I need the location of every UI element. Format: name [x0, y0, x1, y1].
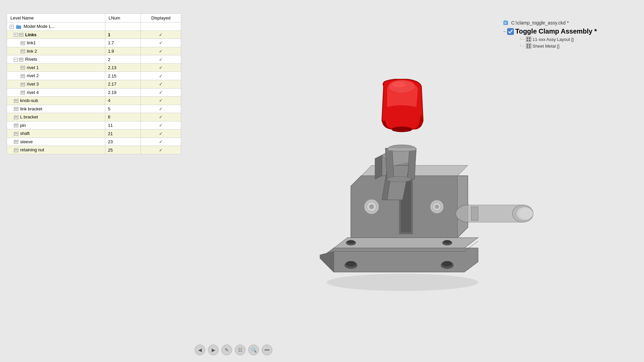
more-button[interactable]: •••	[262, 345, 272, 355]
svg-point-142	[369, 204, 374, 209]
row-name-5: rivet 2	[7, 72, 105, 80]
svg-rect-44	[21, 91, 25, 94]
row-name-11: pin	[7, 121, 105, 130]
svg-rect-79	[16, 133, 17, 134]
svg-rect-60	[15, 108, 16, 109]
part-icon	[14, 107, 19, 111]
shaft-assembly	[456, 205, 533, 222]
main-container: Level Name LNum Displayed − Model Mode L…	[0, 0, 644, 362]
row-lnum-13: 23	[105, 138, 141, 146]
svg-rect-30	[21, 67, 22, 68]
model-svg	[265, 79, 540, 304]
bottom-toolbar: ◀ ▶ ✎ ☷ 🔍 •••	[195, 345, 272, 355]
svg-rect-36	[21, 75, 22, 76]
collapse-btn-0[interactable]: −	[14, 33, 18, 37]
next-button[interactable]: ▶	[208, 345, 219, 355]
row-name-14: retaining nut	[7, 146, 105, 154]
svg-rect-20	[19, 58, 23, 61]
table-row: rivet 3 2.17 ✓	[7, 80, 181, 88]
prev-button[interactable]: ◀	[195, 345, 205, 355]
svg-rect-90	[15, 150, 16, 150]
svg-rect-86	[14, 149, 18, 152]
svg-rect-25	[21, 59, 22, 60]
row-lnum-4: 2.13	[105, 63, 141, 72]
grid-button[interactable]: ☷	[235, 345, 246, 355]
svg-rect-73	[16, 125, 17, 125]
svg-rect-78	[15, 133, 16, 134]
part-icon	[20, 41, 26, 46]
collapse-root[interactable]: −	[10, 25, 14, 29]
svg-rect-32	[21, 75, 25, 78]
svg-rect-156	[388, 148, 416, 150]
svg-point-145	[435, 204, 439, 208]
col-header-name: Level Name	[7, 14, 105, 22]
part-icon	[14, 123, 19, 128]
table-row: pin 11 ✓	[7, 121, 181, 130]
part-icon	[20, 74, 26, 79]
row-name-13: sleeve	[7, 138, 105, 146]
svg-rect-68	[14, 124, 18, 127]
row-lnum-2: 1.9	[105, 47, 141, 55]
left-panel: Level Name LNum Displayed − Model Mode L…	[0, 0, 188, 362]
row-name-9: link bracket	[7, 105, 105, 113]
svg-point-157	[387, 176, 411, 182]
root-label: Model Mode L...	[23, 24, 55, 29]
svg-point-119	[347, 240, 355, 243]
svg-rect-6	[20, 34, 21, 35]
part-icon	[20, 65, 26, 70]
svg-rect-84	[15, 141, 16, 142]
folder-icon-root	[16, 24, 21, 29]
table-row-root: − Model Mode L...	[7, 22, 181, 31]
svg-rect-80	[14, 141, 18, 144]
svg-rect-2	[19, 34, 23, 37]
svg-point-115	[346, 261, 356, 266]
row-name-12: shaft	[7, 130, 105, 138]
row-lnum-3: 2	[105, 55, 141, 64]
svg-rect-50	[14, 100, 18, 103]
svg-point-121	[443, 240, 451, 243]
svg-rect-1	[16, 25, 18, 26]
row-name-6: rivet 3	[7, 80, 105, 88]
svg-marker-154	[408, 148, 416, 179]
col-header-lnum: LNum	[105, 14, 141, 22]
row-lnum-5: 2.15	[105, 72, 141, 80]
collapse-btn-3[interactable]: −	[14, 58, 18, 62]
base-plate	[320, 238, 478, 272]
svg-rect-55	[16, 100, 17, 101]
row-name-3: − Rivets	[7, 55, 105, 64]
row-lnum-7: 2.19	[105, 88, 141, 97]
edit-button[interactable]: ✎	[221, 345, 232, 355]
svg-rect-62	[14, 116, 18, 119]
svg-rect-136	[471, 207, 478, 220]
row-name-2: link 2	[7, 47, 105, 55]
svg-rect-43	[23, 84, 24, 85]
table-row: link1 1.7 ✓	[7, 39, 181, 47]
svg-marker-138	[375, 155, 382, 179]
svg-rect-38	[21, 83, 25, 86]
svg-rect-13	[23, 43, 24, 43]
zoom-button[interactable]: 🔍	[248, 345, 259, 355]
svg-rect-56	[14, 108, 18, 111]
table-row: retaining nut 25 ✓	[7, 146, 181, 154]
row-name-8: knob-sub	[7, 97, 105, 105]
svg-marker-153	[385, 148, 394, 179]
svg-rect-72	[15, 125, 16, 125]
svg-marker-111	[320, 251, 334, 272]
level-table: Level Name LNum Displayed − Model Mode L…	[7, 13, 181, 154]
part-icon	[14, 148, 19, 153]
svg-point-109	[327, 274, 478, 291]
part-icon	[14, 140, 19, 144]
part-icon	[14, 115, 19, 120]
svg-marker-110	[320, 248, 478, 272]
row-lnum-0: 1	[105, 31, 141, 39]
part-icon	[20, 49, 26, 54]
table-row: link bracket 5 ✓	[7, 105, 181, 113]
part-icon	[14, 99, 19, 103]
table-row: rivet 4 2.19 ✓	[7, 88, 181, 97]
svg-rect-31	[23, 67, 24, 68]
svg-point-135	[519, 208, 532, 219]
row-lnum-14: 25	[105, 146, 141, 154]
svg-rect-91	[16, 150, 17, 150]
row-name-7: rivet 4	[7, 88, 105, 97]
svg-point-152	[391, 126, 412, 132]
